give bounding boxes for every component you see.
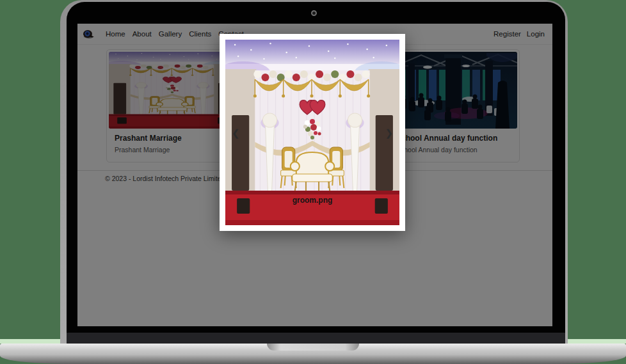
laptop-base	[0, 344, 626, 355]
laptop-bezel-bottom	[67, 333, 565, 344]
webcam-icon	[311, 10, 317, 16]
browser-viewport: Home About Gallery Clients Contact Regis…	[77, 24, 552, 326]
laptop-screen: Home About Gallery Clients Contact Regis…	[60, 0, 568, 344]
lightbox-modal: groom.png ❮ ❯	[220, 34, 405, 231]
laptop-base-notch	[267, 344, 359, 351]
lightbox-image: groom.png ❮ ❯	[225, 40, 399, 225]
lightbox-caption: groom.png	[225, 196, 399, 205]
laptop-base-bottom	[0, 355, 626, 364]
lightbox-next-button[interactable]: ❯	[385, 128, 393, 138]
lightbox-prev-button[interactable]: ❮	[232, 128, 240, 138]
